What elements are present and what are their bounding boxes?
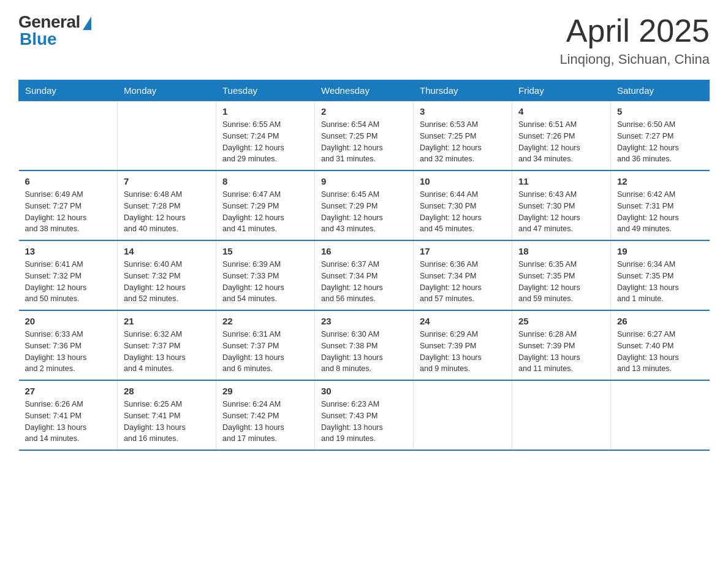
- day-number: 13: [25, 246, 112, 256]
- day-info: Sunrise: 6:24 AM Sunset: 7:42 PM Dayligh…: [222, 399, 308, 445]
- day-number: 4: [518, 106, 604, 117]
- day-info: Sunrise: 6:34 AM Sunset: 7:35 PM Dayligh…: [617, 259, 703, 305]
- day-number: 27: [25, 386, 112, 396]
- day-info: Sunrise: 6:43 AM Sunset: 7:30 PM Dayligh…: [518, 189, 604, 235]
- day-number: 11: [518, 176, 604, 186]
- calendar-cell: [414, 380, 512, 450]
- day-info: Sunrise: 6:53 AM Sunset: 7:25 PM Dayligh…: [420, 119, 506, 165]
- calendar-cell: 11Sunrise: 6:43 AM Sunset: 7:30 PM Dayli…: [512, 170, 611, 240]
- calendar-cell: 25Sunrise: 6:28 AM Sunset: 7:39 PM Dayli…: [512, 310, 611, 380]
- day-number: 19: [617, 246, 703, 256]
- day-info: Sunrise: 6:23 AM Sunset: 7:43 PM Dayligh…: [321, 399, 407, 445]
- day-info: Sunrise: 6:50 AM Sunset: 7:27 PM Dayligh…: [617, 119, 703, 165]
- calendar-cell: 18Sunrise: 6:35 AM Sunset: 7:35 PM Dayli…: [512, 240, 611, 310]
- day-info: Sunrise: 6:25 AM Sunset: 7:41 PM Dayligh…: [124, 399, 210, 445]
- day-info: Sunrise: 6:49 AM Sunset: 7:27 PM Dayligh…: [25, 189, 112, 235]
- day-info: Sunrise: 6:26 AM Sunset: 7:41 PM Dayligh…: [25, 399, 112, 445]
- calendar-cell: [512, 380, 611, 450]
- calendar-week-5: 27Sunrise: 6:26 AM Sunset: 7:41 PM Dayli…: [19, 380, 710, 450]
- header-cell-saturday: Saturday: [611, 80, 710, 101]
- calendar-cell: 30Sunrise: 6:23 AM Sunset: 7:43 PM Dayli…: [315, 380, 414, 450]
- day-number: 26: [617, 316, 703, 326]
- calendar-header: SundayMondayTuesdayWednesdayThursdayFrid…: [19, 80, 710, 101]
- header-row: SundayMondayTuesdayWednesdayThursdayFrid…: [19, 80, 710, 101]
- calendar-cell: 27Sunrise: 6:26 AM Sunset: 7:41 PM Dayli…: [19, 380, 118, 450]
- day-info: Sunrise: 6:39 AM Sunset: 7:33 PM Dayligh…: [222, 259, 308, 305]
- calendar-cell: 9Sunrise: 6:45 AM Sunset: 7:29 PM Daylig…: [315, 170, 414, 240]
- header-cell-tuesday: Tuesday: [216, 80, 315, 101]
- calendar-cell: 15Sunrise: 6:39 AM Sunset: 7:33 PM Dayli…: [216, 240, 315, 310]
- day-number: 20: [25, 316, 112, 326]
- logo-blue-text: Blue: [20, 29, 57, 49]
- day-info: Sunrise: 6:54 AM Sunset: 7:25 PM Dayligh…: [321, 119, 407, 165]
- calendar-cell: 5Sunrise: 6:50 AM Sunset: 7:27 PM Daylig…: [611, 101, 710, 171]
- calendar-week-1: 1Sunrise: 6:55 AM Sunset: 7:24 PM Daylig…: [19, 101, 710, 171]
- day-number: 21: [124, 316, 210, 326]
- day-number: 22: [222, 316, 308, 326]
- calendar-cell: 4Sunrise: 6:51 AM Sunset: 7:26 PM Daylig…: [512, 101, 611, 171]
- day-number: 6: [25, 176, 112, 186]
- day-number: 30: [321, 386, 407, 396]
- day-info: Sunrise: 6:42 AM Sunset: 7:31 PM Dayligh…: [617, 189, 703, 235]
- day-number: 9: [321, 176, 407, 186]
- day-info: Sunrise: 6:51 AM Sunset: 7:26 PM Dayligh…: [518, 119, 604, 165]
- day-info: Sunrise: 6:44 AM Sunset: 7:30 PM Dayligh…: [420, 189, 506, 235]
- day-number: 5: [617, 106, 703, 117]
- calendar-cell: 6Sunrise: 6:49 AM Sunset: 7:27 PM Daylig…: [19, 170, 118, 240]
- day-info: Sunrise: 6:33 AM Sunset: 7:36 PM Dayligh…: [25, 329, 112, 375]
- header-cell-wednesday: Wednesday: [315, 80, 414, 101]
- calendar-cell: 21Sunrise: 6:32 AM Sunset: 7:37 PM Dayli…: [118, 310, 216, 380]
- day-number: 2: [321, 106, 407, 117]
- day-info: Sunrise: 6:55 AM Sunset: 7:24 PM Dayligh…: [222, 119, 308, 165]
- day-info: Sunrise: 6:31 AM Sunset: 7:37 PM Dayligh…: [222, 329, 308, 375]
- header-cell-monday: Monday: [118, 80, 216, 101]
- calendar-cell: [19, 101, 118, 171]
- calendar-cell: 2Sunrise: 6:54 AM Sunset: 7:25 PM Daylig…: [315, 101, 414, 171]
- logo-triangle-icon: [83, 17, 91, 30]
- header-cell-sunday: Sunday: [19, 80, 118, 101]
- calendar-cell: 10Sunrise: 6:44 AM Sunset: 7:30 PM Dayli…: [414, 170, 512, 240]
- day-number: 18: [518, 246, 604, 256]
- calendar-cell: 29Sunrise: 6:24 AM Sunset: 7:42 PM Dayli…: [216, 380, 315, 450]
- day-info: Sunrise: 6:27 AM Sunset: 7:40 PM Dayligh…: [617, 329, 703, 375]
- day-number: 12: [617, 176, 703, 186]
- calendar-week-2: 6Sunrise: 6:49 AM Sunset: 7:27 PM Daylig…: [19, 170, 710, 240]
- calendar-cell: 7Sunrise: 6:48 AM Sunset: 7:28 PM Daylig…: [118, 170, 216, 240]
- calendar-table: SundayMondayTuesdayWednesdayThursdayFrid…: [18, 80, 710, 451]
- calendar-body: 1Sunrise: 6:55 AM Sunset: 7:24 PM Daylig…: [19, 101, 710, 451]
- day-info: Sunrise: 6:36 AM Sunset: 7:34 PM Dayligh…: [420, 259, 506, 305]
- calendar-cell: 19Sunrise: 6:34 AM Sunset: 7:35 PM Dayli…: [611, 240, 710, 310]
- calendar-cell: 14Sunrise: 6:40 AM Sunset: 7:32 PM Dayli…: [118, 240, 216, 310]
- calendar-cell: 28Sunrise: 6:25 AM Sunset: 7:41 PM Dayli…: [118, 380, 216, 450]
- day-number: 8: [222, 176, 308, 186]
- calendar-week-3: 13Sunrise: 6:41 AM Sunset: 7:32 PM Dayli…: [19, 240, 710, 310]
- day-number: 15: [222, 246, 308, 256]
- day-info: Sunrise: 6:32 AM Sunset: 7:37 PM Dayligh…: [124, 329, 210, 375]
- day-number: 29: [222, 386, 308, 396]
- calendar-cell: [118, 101, 216, 171]
- day-info: Sunrise: 6:47 AM Sunset: 7:29 PM Dayligh…: [222, 189, 308, 235]
- month-title: April 2025: [559, 12, 710, 49]
- day-info: Sunrise: 6:30 AM Sunset: 7:38 PM Dayligh…: [321, 329, 407, 375]
- calendar-cell: 23Sunrise: 6:30 AM Sunset: 7:38 PM Dayli…: [315, 310, 414, 380]
- day-number: 14: [124, 246, 210, 256]
- day-info: Sunrise: 6:29 AM Sunset: 7:39 PM Dayligh…: [420, 329, 506, 375]
- header-cell-thursday: Thursday: [414, 80, 512, 101]
- calendar-cell: 1Sunrise: 6:55 AM Sunset: 7:24 PM Daylig…: [216, 101, 315, 171]
- day-number: 1: [222, 106, 308, 117]
- day-number: 28: [124, 386, 210, 396]
- day-number: 23: [321, 316, 407, 326]
- day-info: Sunrise: 6:37 AM Sunset: 7:34 PM Dayligh…: [321, 259, 407, 305]
- calendar-cell: 16Sunrise: 6:37 AM Sunset: 7:34 PM Dayli…: [315, 240, 414, 310]
- day-info: Sunrise: 6:45 AM Sunset: 7:29 PM Dayligh…: [321, 189, 407, 235]
- day-number: 7: [124, 176, 210, 186]
- title-block: April 2025 Linqiong, Sichuan, China: [559, 12, 710, 67]
- day-number: 25: [518, 316, 604, 326]
- day-number: 16: [321, 246, 407, 256]
- logo: General Blue: [18, 12, 91, 49]
- day-number: 10: [420, 176, 506, 186]
- day-number: 17: [420, 246, 506, 256]
- calendar-cell: 12Sunrise: 6:42 AM Sunset: 7:31 PM Dayli…: [611, 170, 710, 240]
- day-info: Sunrise: 6:48 AM Sunset: 7:28 PM Dayligh…: [124, 189, 210, 235]
- calendar-cell: 20Sunrise: 6:33 AM Sunset: 7:36 PM Dayli…: [19, 310, 118, 380]
